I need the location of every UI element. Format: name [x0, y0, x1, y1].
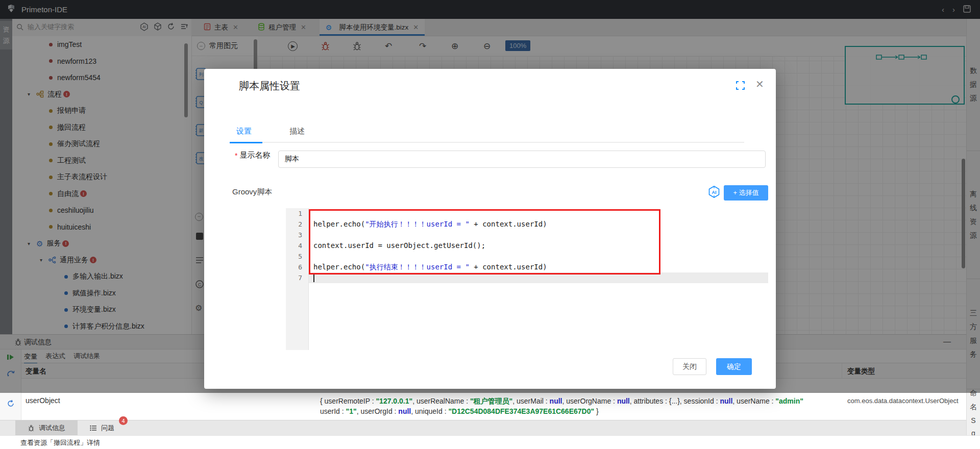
app-window: Primeton-IDE ‹ › 资源 AI	[0, 0, 980, 449]
display-name-label: 显示名称	[239, 151, 270, 160]
variable-name: userObject	[21, 393, 314, 420]
status-text: 查看资源「撤回流程」详情	[20, 438, 100, 447]
ai-generate-icon[interactable]: AI	[707, 185, 721, 201]
value-text: , uniqueId :	[411, 407, 448, 415]
value-str: "D12C54D084DFE374E3A97E61C66E67D0"	[448, 407, 594, 415]
right-strip-label-char: 名	[970, 403, 977, 412]
editor-gutter: 1234567	[286, 208, 309, 350]
bottom-tabbar: 调试信息 问题 4	[0, 420, 966, 435]
value-text: , userRealName :	[412, 397, 470, 405]
variable-value-line1: { userRemoteIP : "127.0.0.1", userRealNa…	[320, 396, 842, 406]
close-icon[interactable]: ✕	[755, 78, 764, 90]
required-asterisk: *	[235, 152, 237, 160]
value-text: { userRemoteIP :	[320, 397, 376, 405]
value-text: , userOrgId :	[357, 407, 399, 415]
text-cursor	[313, 275, 314, 282]
editor-line-number: 1	[286, 208, 308, 219]
code-text: helper.echo(	[313, 220, 365, 228]
right-strip-label-char: S	[971, 416, 975, 425]
editor-code-line[interactable]: helper.echo("执行结束！！！！userId = " + contex…	[309, 262, 768, 272]
editor-code-line[interactable]	[309, 208, 768, 219]
value-text: , userName :	[732, 397, 775, 405]
dialog-title: 脚本属性设置	[239, 79, 300, 93]
code-text: + context.userId)	[470, 220, 547, 228]
code-text: context.userId = userObject.getUserId();	[313, 241, 485, 250]
editor-code-area[interactable]: helper.echo("开始执行！！！！userId = " + contex…	[309, 208, 768, 350]
problems-count-badge: 4	[119, 416, 128, 425]
display-name-input[interactable]	[278, 151, 766, 168]
rerun-icon[interactable]	[7, 400, 15, 410]
value-str: "127.0.0.1"	[376, 397, 412, 405]
code-text: + context.userId)	[470, 263, 547, 271]
editor-code-line[interactable]: helper.echo("开始执行！！！！userId = " + contex…	[309, 219, 768, 230]
code-string: "开始执行！！！！userId = "	[365, 220, 470, 228]
value-str: "租户管理员"	[470, 397, 512, 405]
editor-code-line[interactable]	[309, 230, 768, 240]
close-button[interactable]: 关闭	[673, 358, 706, 375]
tab-ink-bar	[230, 142, 262, 143]
fullscreen-icon[interactable]	[736, 81, 745, 92]
editor-line-number: 5	[286, 251, 308, 262]
dialog-tabs: 设置 描述	[236, 127, 305, 136]
svg-text:AI: AI	[712, 190, 717, 195]
value-text: }	[594, 407, 599, 415]
bottom-tab-debug-info[interactable]: 调试信息	[15, 420, 78, 435]
select-value-button[interactable]: + 选择值	[724, 185, 768, 201]
editor-line-number: 6	[286, 262, 308, 272]
code-string: "执行结束！！！！userId = "	[365, 263, 470, 271]
value-text: , userOrgName :	[562, 397, 617, 405]
value-text: userId :	[320, 407, 346, 415]
editor-line-number: 2	[286, 219, 308, 230]
value-null: null	[617, 397, 630, 405]
tab-settings[interactable]: 设置	[236, 127, 252, 136]
value-null: null	[550, 397, 562, 405]
table-row[interactable]: userObject { userRemoteIP : "127.0.0.1",…	[21, 393, 966, 420]
variable-value: { userRemoteIP : "127.0.0.1", userRealNa…	[314, 393, 842, 420]
editor-code-line[interactable]	[309, 251, 768, 262]
groovy-script-label: Groovy脚本	[232, 187, 272, 197]
value-text: , userMail :	[512, 397, 549, 405]
bottom-tab-label: 问题	[101, 423, 114, 433]
code-text: helper.echo(	[313, 263, 365, 271]
script-properties-dialog: 脚本属性设置 ✕ 设置 描述 * 显示名称 Groovy脚本 AI + 选择值 …	[204, 69, 776, 389]
groovy-code-editor[interactable]: 1234567 helper.echo("开始执行！！！！userId = " …	[286, 208, 768, 350]
tab-track	[230, 142, 744, 143]
tab-description[interactable]: 描述	[289, 127, 305, 136]
editor-line-number: 3	[286, 230, 308, 240]
ok-button[interactable]: 确定	[716, 358, 752, 375]
bug-icon	[28, 425, 35, 432]
value-null: null	[398, 407, 411, 415]
editor-line-number: 4	[286, 240, 308, 251]
statusbar: 查看资源「撤回流程」详情	[0, 435, 980, 449]
value-str: "admin"	[775, 397, 803, 405]
variable-value-line2: userId : "1", userOrgId : null, uniqueId…	[320, 406, 842, 416]
value-str: "1"	[346, 407, 357, 415]
value-text: , attributes : {...}, sessionId :	[630, 397, 720, 405]
value-null: null	[720, 397, 732, 405]
editor-line-number: 7	[286, 272, 308, 283]
editor-code-line[interactable]	[309, 272, 768, 283]
display-name-row: * 显示名称	[235, 151, 270, 160]
bottom-tab-problems[interactable]: 问题 4	[78, 420, 127, 435]
editor-code-line[interactable]: context.userId = userObject.getUserId();	[309, 240, 768, 251]
bottom-tab-label: 调试信息	[39, 423, 65, 433]
list-icon	[90, 425, 97, 431]
variable-type: com.eos.data.datacontext.UserObject	[842, 393, 966, 420]
